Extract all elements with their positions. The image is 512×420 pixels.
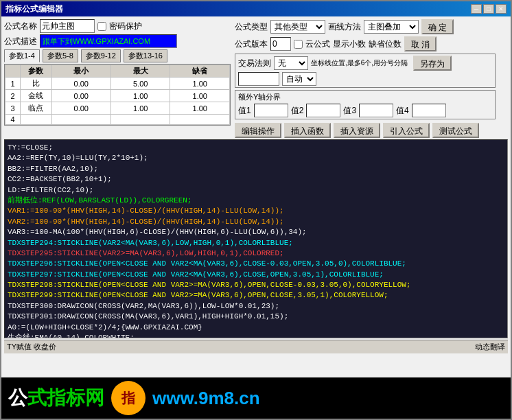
- tab-param-13-16[interactable]: 参数13-16: [124, 49, 167, 62]
- code-line: VAR1:=100-90*(HHV(HIGH,14)-CLOSE)/(HHV(H…: [8, 206, 504, 216]
- val2-input[interactable]: [306, 104, 340, 117]
- param-row-3: 3 临点: [5, 102, 230, 115]
- type-label: 公式类型: [235, 21, 268, 33]
- close-button[interactable]: ✕: [496, 4, 507, 14]
- banner-left-text: 公式指标网: [8, 385, 104, 411]
- param-default-3[interactable]: [183, 104, 217, 113]
- layout-top: 公式名称 密码保护 公式描述 跟单下到WWW.GPXIAZAI.COM 参数1-…: [4, 19, 508, 138]
- cancel-button[interactable]: 取 消: [404, 36, 437, 51]
- edit-btn[interactable]: 编辑操作: [235, 123, 281, 138]
- code-line: TDXSTEP297:STICKLINE(OPEN<CLOSE AND VAR2…: [8, 270, 504, 280]
- param-min-3[interactable]: [64, 104, 98, 113]
- code-line: TDXSTEP299:STICKLINE(OPEN<CLOSE AND VAR2…: [8, 290, 504, 301]
- param-default-4[interactable]: [183, 115, 217, 124]
- code-line: BB2:=FILTER(AA2,10);: [8, 164, 504, 174]
- param-min-2[interactable]: [64, 92, 98, 100]
- title-bar: 指标公式编辑器 ─ □ ✕: [1, 1, 511, 16]
- param-row-4: 4: [5, 115, 230, 125]
- tab-param-5-8[interactable]: 参数5-8: [43, 49, 78, 62]
- test-btn[interactable]: 测试公式: [432, 123, 479, 138]
- param-num-1: 1: [5, 78, 21, 90]
- param-max-3[interactable]: [124, 104, 158, 113]
- param-default-2[interactable]: [183, 92, 217, 100]
- val2-label: 值2: [291, 105, 304, 117]
- insert-fn-btn[interactable]: 插入函数: [284, 123, 331, 138]
- cloud-checkbox[interactable]: [294, 40, 303, 49]
- param-num-3: 3: [5, 102, 21, 115]
- code-line: 生命线:EMA(A0,14),COLORWHITE;: [8, 333, 504, 338]
- cloud-label: 云公式: [305, 38, 330, 50]
- trade-rule-row: 交易法则 无 坐标线位置,最多6个,用分号分隔 另存为: [238, 56, 492, 71]
- code-line: CC2:=BACKSET(BB2,10+1);: [8, 174, 504, 185]
- extra-y-area: 额外Y轴分界 值1 值2 值3 值4: [235, 90, 496, 119]
- param-num-4: 4: [5, 115, 21, 125]
- title-bar-buttons: ─ □ ✕: [471, 4, 507, 14]
- param-max-4[interactable]: [124, 115, 158, 124]
- val4-input[interactable]: [412, 104, 446, 117]
- code-line: TDXSTEP300:DRAWICON(CROSS(VAR2,MA(VAR3,6…: [8, 301, 504, 312]
- draw-label: 画线方法: [328, 21, 361, 33]
- param-name-2: 金线: [21, 90, 51, 102]
- param-min-1[interactable]: [64, 80, 98, 88]
- params-table: 参数 最小 最大 缺省 1 比 2 金线 3 临点: [4, 64, 231, 126]
- save-as-button[interactable]: 另存为: [413, 56, 452, 71]
- code-line: A0:=(LOW+HIGH+CLOSE*2)/4;{WWW.GPXIAZAI.C…: [8, 323, 504, 333]
- version-input[interactable]: [270, 37, 291, 51]
- param-min-4[interactable]: [64, 115, 98, 124]
- version-label: 公式版本: [235, 38, 268, 50]
- code-line: VAR2:=100-90*(HHV(HIGH,14)-CLOSE)/(HHV(H…: [8, 217, 504, 227]
- param-max-1[interactable]: [124, 80, 158, 88]
- main-content: 公式名称 密码保护 公式描述 跟单下到WWW.GPXIAZAI.COM 参数1-…: [1, 16, 511, 377]
- param-num-2: 2: [5, 90, 21, 102]
- code-line: TDXSTEP295:STICKLINE(VAR2>=MA(VAR3,6),LO…: [8, 248, 504, 259]
- trade-rule-area: 交易法则 无 坐标线位置,最多6个,用分号分隔 另存为 自动: [235, 54, 496, 88]
- param-max-2[interactable]: [124, 92, 158, 100]
- type-select[interactable]: 其他类型: [270, 20, 325, 34]
- val3-input[interactable]: [359, 104, 393, 117]
- code-line: LD:=FILTER(CC2,10);: [8, 185, 504, 196]
- maximize-button[interactable]: □: [483, 4, 494, 14]
- code-line: AA2:=REF(TY,10)=LLU(TY,2*10+1);: [8, 153, 504, 163]
- draw-select[interactable]: 主图叠加: [364, 20, 419, 34]
- name-label: 公式名称: [4, 21, 37, 32]
- auto-row: 自动: [238, 72, 492, 86]
- password-label: 密码保护: [109, 21, 142, 32]
- status-right: 动态翻译: [475, 342, 505, 352]
- param-row-2: 2 金线: [5, 90, 230, 102]
- extra-y-row: 值1 值2 值3 值4: [238, 104, 492, 117]
- import-btn[interactable]: 引入公式: [383, 123, 430, 138]
- param-default-1[interactable]: [183, 80, 217, 88]
- code-line: TY:=CLOSE;: [8, 143, 504, 153]
- main-window: 指标公式编辑器 ─ □ ✕ 公式名称 密码保护 公式描述: [0, 0, 512, 420]
- desc-display: 跟单下到WWW.GPXIAZAI.COM: [40, 34, 177, 48]
- col-header-name: 参数: [21, 65, 51, 78]
- window-title: 指标公式编辑器: [5, 3, 63, 15]
- trade-rule-label: 交易法则: [238, 58, 271, 69]
- banner-logo: 指: [111, 381, 146, 415]
- auto-select[interactable]: 自动: [282, 72, 316, 86]
- tab-param-9-12[interactable]: 参数9-12: [81, 49, 121, 62]
- code-editor[interactable]: TY:=CLOSE;AA2:=REF(TY,10)=LLU(TY,2*10+1)…: [4, 139, 508, 338]
- col-header-min: 最小: [51, 65, 110, 78]
- trade-rule-select[interactable]: 无: [274, 56, 308, 70]
- minimize-button[interactable]: ─: [471, 4, 482, 14]
- param-row-1: 1 比: [5, 78, 230, 90]
- name-input[interactable]: [40, 19, 95, 33]
- type-row: 公式类型 其他类型 画线方法 主图叠加 确 定: [235, 19, 496, 34]
- tab-param-1-4[interactable]: 参数1-4: [4, 49, 40, 62]
- logo-text: 指: [121, 389, 135, 408]
- code-line: TDXSTEP296:STICKLINE(OPEN<CLOSE AND VAR2…: [8, 259, 504, 269]
- confirm-button[interactable]: 确 定: [421, 19, 454, 34]
- version-row: 公式版本 云公式 显示小数 缺省位数 取 消: [235, 36, 496, 51]
- param-name-4: [21, 115, 51, 125]
- bottom-banner: 公式指标网 指 www.9m8.cn: [1, 377, 511, 419]
- show-label: 显示小数: [333, 38, 366, 50]
- password-checkbox[interactable]: [97, 22, 106, 31]
- desc-text: 跟单下到WWW.GPXIAZAI.COM: [43, 36, 150, 47]
- banner-right-text: www.9m8.cn: [152, 388, 260, 409]
- insert-src-btn[interactable]: 插入资源: [334, 123, 380, 138]
- bottom-buttons-row: 编辑操作 插入函数 插入资源 引入公式 测试公式: [235, 123, 496, 138]
- val1-input[interactable]: [254, 104, 288, 117]
- coord-input[interactable]: [238, 72, 279, 86]
- param-name-3: 临点: [21, 102, 51, 115]
